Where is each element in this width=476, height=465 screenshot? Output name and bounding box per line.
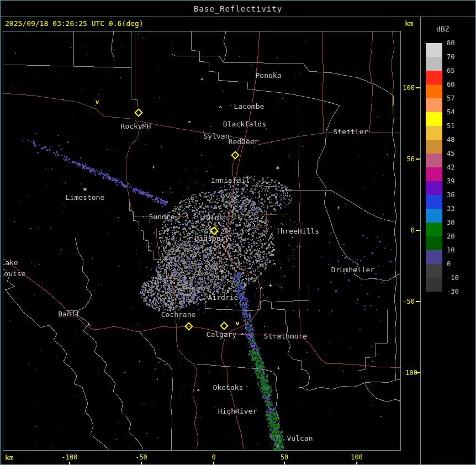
colorbar-swatch	[426, 278, 442, 292]
city-label: Vulcan	[287, 434, 313, 442]
vee-marker-icon: v	[96, 99, 99, 105]
city-label: Calgary	[207, 330, 237, 339]
colorbar-swatch	[426, 236, 442, 250]
colorbar-title: dBZ	[436, 25, 449, 33]
city-label: Lake	[3, 258, 18, 267]
caret-marker-icon: ^	[220, 270, 224, 276]
secondary-highway-line	[215, 217, 224, 288]
bottom-axis-tick-label: 100	[351, 453, 363, 461]
county-boundary-line	[223, 31, 227, 62]
caret-marker-icon: ^	[273, 263, 276, 268]
plus-marker-icon: +	[277, 365, 281, 371]
bottom-axis-tick-mark	[213, 462, 214, 465]
radar-map-viewport[interactable]: PonokaLacombeBlackfaldsSylvanRedDeerStet…	[3, 31, 401, 451]
plus-marker-icon: +	[337, 205, 341, 211]
colorbar-tick-label: 51	[447, 122, 471, 130]
city-label: HighRiver	[218, 407, 257, 415]
right-axis-tick-mark	[416, 230, 420, 231]
city-label: Airdrie	[208, 293, 239, 302]
colorbar-tick-label: 54	[447, 108, 471, 116]
right-axis-tick-mark	[416, 87, 420, 88]
city-label: Innisfail	[211, 176, 250, 184]
colorbar-swatch	[426, 250, 442, 264]
window-title: Base_Reflectivity	[194, 4, 282, 13]
colorbar-tick-label: 45	[447, 150, 471, 157]
colorbar-swatch	[426, 126, 442, 140]
colorbar-tick-label: -10	[447, 274, 471, 282]
county-boundary-line	[67, 238, 92, 311]
city-label: RedDeer	[229, 138, 259, 146]
caret-marker-icon: ^	[241, 333, 244, 339]
colorbar-swatch	[426, 84, 442, 98]
county-boundary-line	[3, 65, 131, 67]
colorbar-tick-label: 80	[447, 39, 471, 47]
primary-highway-line	[322, 31, 324, 133]
city-label: Banff	[58, 310, 80, 318]
colorbar-tick-label: 57	[447, 94, 471, 102]
caret-marker-icon: ^	[272, 249, 276, 255]
county-boundary-line	[365, 383, 400, 402]
city-label: ThreeHills	[276, 227, 319, 235]
info-bar: 2025/09/18 03:26:25 UTC 0.6(deg) km	[1, 17, 475, 31]
county-boundary-line	[5, 289, 110, 450]
colorbar-tick-label: 0	[447, 260, 471, 268]
bottom-axis-unit-label: km	[5, 453, 14, 462]
colorbar-tick-label: 20	[447, 232, 471, 240]
bottom-axis-tick-label: -50	[135, 453, 147, 461]
bottom-axis-tick-mark	[69, 462, 70, 465]
county-boundary-line	[111, 31, 114, 67]
colorbar-tick-label: 36	[447, 191, 471, 199]
city-label: Strathmore	[264, 332, 307, 340]
right-axis-tick-mark	[416, 158, 420, 160]
bottom-axis-tick-label: 0	[211, 453, 215, 461]
right-axis-unit-label: km	[405, 19, 414, 28]
county-boundary-line	[299, 379, 400, 390]
right-axis-tick-label: 100	[401, 84, 415, 92]
city-label: Sundre	[149, 213, 175, 221]
city-label: Okotoks	[213, 383, 244, 392]
caret-marker-icon: ^	[200, 78, 204, 84]
city-label: Didsbury	[195, 234, 230, 242]
plus-marker-icon: +	[152, 164, 156, 170]
star-marker-icon: *	[83, 187, 87, 194]
colorbar-tick-label: 48	[447, 136, 471, 144]
city-label: Stettler	[334, 128, 368, 136]
city-label: Sylvan	[204, 132, 230, 140]
colorbar-swatch	[426, 167, 442, 181]
colorbar-tick-label: -30	[447, 288, 471, 295]
colorbar-tick-label: 42	[447, 163, 471, 171]
right-axis-tick-mark	[416, 372, 420, 373]
secondary-highway-line	[3, 93, 135, 119]
caret-marker-icon: ^	[219, 106, 222, 112]
city-label: Louise	[3, 270, 25, 278]
county-boundary-line	[277, 286, 309, 302]
timestamp-label: 2025/09/18 03:26:25 UTC 0.6(deg)	[5, 19, 143, 28]
colorbar-tick-label: 30	[447, 219, 471, 226]
vee-marker-icon: v	[236, 320, 240, 326]
bottom-distance-axis: km -100-50050100	[1, 451, 420, 465]
bottom-axis-tick-mark	[356, 462, 357, 465]
secondary-highway-line	[156, 217, 198, 450]
radar-window: Base_Reflectivity 2025/09/18 03:26:25 UT…	[0, 0, 476, 465]
caret-marker-icon: ^	[260, 287, 263, 293]
colorbar-swatch	[426, 57, 442, 71]
city-label: Olds	[206, 214, 223, 222]
caret-marker-icon: ^	[87, 324, 91, 330]
colorbar-swatch	[426, 71, 442, 84]
bottom-axis-tick-mark	[284, 462, 285, 465]
city-label: Blackfalds	[223, 120, 266, 128]
colorbar-tick-label: 60	[447, 81, 471, 88]
county-boundary-line	[67, 311, 143, 449]
colorbar-tick-label: 33	[447, 205, 471, 213]
secondary-highway-line	[369, 31, 373, 132]
city-label: Limestone	[66, 193, 104, 202]
colorbar-swatch	[426, 209, 442, 223]
colorbar-tick-label: 65	[447, 67, 471, 75]
colorbar-swatch	[426, 154, 442, 167]
county-boundary-line	[139, 331, 173, 450]
county-boundary-line	[358, 310, 387, 371]
right-distance-axis: 100500-50-100	[401, 31, 420, 451]
star-marker-icon: *	[276, 165, 280, 172]
bottom-axis-tick-mark	[141, 462, 142, 465]
secondary-highway-line	[256, 131, 400, 145]
